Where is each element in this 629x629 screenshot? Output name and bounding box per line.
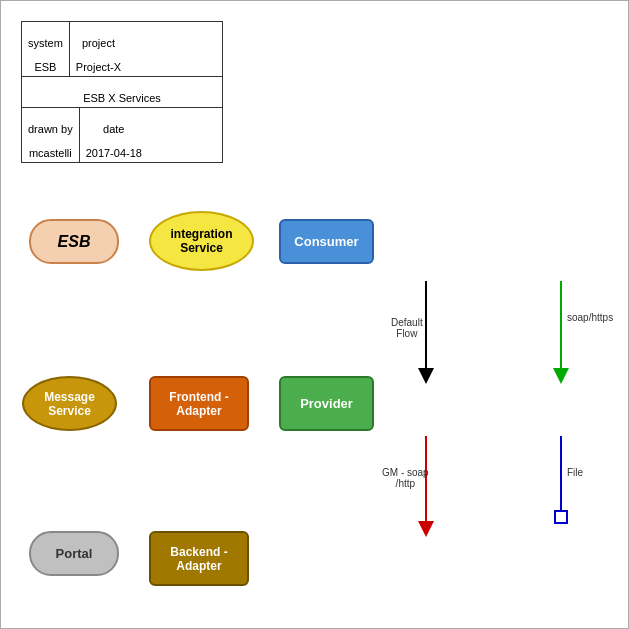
project-cell: project Project-X	[70, 22, 127, 76]
consumer-component: Consumer	[279, 219, 374, 264]
backend-adapter-component: Backend -Adapter	[149, 531, 249, 586]
title-block: system ESB project Project-X ESB X Servi…	[21, 21, 223, 163]
frontend-adapter-component: Frontend -Adapter	[149, 376, 249, 431]
soap-https-label: soap/https	[567, 301, 613, 323]
date-cell: date 2017-04-18	[80, 108, 148, 162]
integration-service-component: integration Service	[149, 211, 254, 271]
system-cell: system ESB	[22, 22, 70, 76]
provider-component: Provider	[279, 376, 374, 431]
message-service-component: Message Service	[22, 376, 117, 431]
services-cell: ESB X Services	[22, 77, 222, 107]
portal-component: Portal	[29, 531, 119, 576]
gm-soap-label: GM - soap /http	[382, 456, 429, 489]
file-arrow-terminal	[555, 511, 567, 523]
file-label: File	[567, 456, 583, 478]
default-flow-label: Default Flow	[391, 306, 423, 339]
drawn-by-cell: drawn by mcastelli	[22, 108, 80, 162]
esb-component: ESB	[29, 219, 119, 264]
